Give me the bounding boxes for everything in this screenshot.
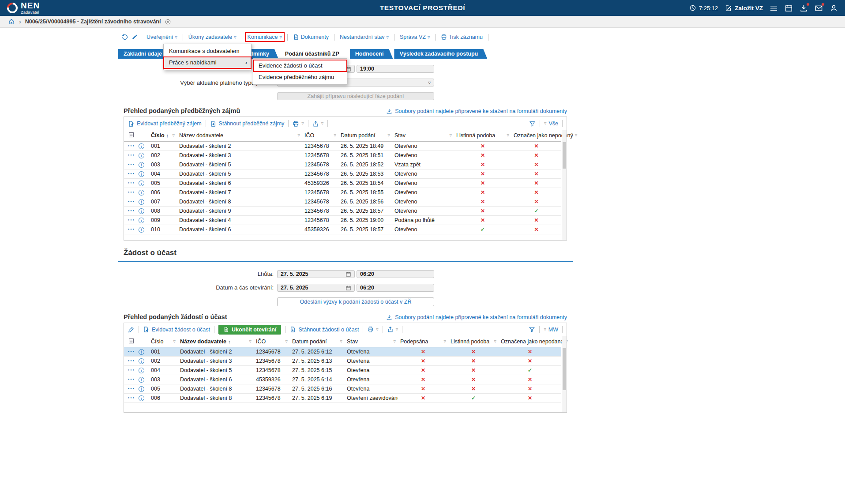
- row-menu-icon[interactable]: ●●●: [128, 218, 135, 221]
- column-filter-icon[interactable]: ▽: [249, 340, 252, 343]
- view-select[interactable]: ▽MW: [544, 327, 558, 333]
- phase-time-field[interactable]: 19:00: [357, 65, 434, 73]
- info-icon[interactable]: i: [139, 218, 144, 223]
- export-button[interactable]: ▽: [312, 120, 323, 127]
- row-menu-icon[interactable]: ●●●: [128, 359, 135, 362]
- table-row[interactable]: ●●●i002Dodavatel - školení 31234567827. …: [124, 357, 561, 366]
- column-settings-icon[interactable]: [128, 338, 135, 344]
- table-row[interactable]: ●●●i004Dodavatel - školení 51234567827. …: [124, 366, 561, 375]
- tab-podani-ucastniku-zp[interactable]: Podání účastníků ZP: [280, 49, 349, 59]
- history-button[interactable]: [121, 34, 128, 41]
- deadline-time-field[interactable]: 06:20: [357, 270, 434, 278]
- scrollbar[interactable]: [562, 336, 567, 413]
- menu-uverejneni[interactable]: Uveřejnění▽: [144, 33, 180, 41]
- close-record-button[interactable]: [165, 19, 171, 25]
- row-menu-icon[interactable]: ●●●: [128, 228, 135, 230]
- scrollbar-thumb[interactable]: [563, 348, 566, 390]
- info-icon[interactable]: i: [139, 153, 144, 158]
- column-filter-icon[interactable]: ▽: [340, 340, 342, 343]
- downloads-button[interactable]: [800, 4, 808, 12]
- menu-komunikace[interactable]: Komunikace▽: [245, 33, 284, 41]
- row-menu-icon[interactable]: ●●●: [128, 387, 135, 390]
- row-menu-icon[interactable]: ●●●: [128, 209, 135, 212]
- filter-button[interactable]: [529, 120, 536, 127]
- deadline-date-field[interactable]: 27. 5. 2025: [277, 270, 355, 278]
- send-invite-button[interactable]: Odeslání výzvy k podání žádosti o účast …: [277, 297, 434, 306]
- info-icon[interactable]: i: [139, 377, 144, 383]
- profile-button[interactable]: [830, 4, 838, 12]
- info-icon[interactable]: i: [139, 395, 144, 401]
- column-filter-icon[interactable]: ▽: [450, 134, 452, 137]
- row-menu-icon[interactable]: ●●●: [128, 369, 135, 371]
- menu-item-evidence-predbezneho-zajmu[interactable]: Evidence předběžného zájmu: [253, 71, 347, 83]
- menu-item-prace-s-nabidkami[interactable]: Práce s nabídkami ›: [164, 57, 251, 68]
- files-link[interactable]: Soubory podání najdete připravené ke sta…: [386, 108, 567, 114]
- opening-date-field[interactable]: 27. 5. 2025: [277, 284, 355, 292]
- messages-button[interactable]: [815, 4, 823, 12]
- column-filter-icon[interactable]: ▽: [173, 134, 175, 137]
- next-phase-button[interactable]: Zahájit přípravu následující fáze podání: [277, 92, 434, 100]
- info-icon[interactable]: i: [139, 171, 144, 177]
- info-icon[interactable]: i: [139, 368, 144, 373]
- table-row[interactable]: ●●●i001Dodavatel - školení 21234567827. …: [124, 347, 561, 357]
- menu-ukony-zadavatele[interactable]: Úkony zadavatele▽: [186, 33, 239, 41]
- print-button[interactable]: ▽: [367, 326, 378, 333]
- row-menu-icon[interactable]: ●●●: [128, 172, 135, 175]
- table-row[interactable]: ●●●i006Dodavatel - školení 71234567826. …: [124, 188, 561, 197]
- sign-request-button[interactable]: [128, 326, 135, 333]
- table-row[interactable]: ●●●i001Dodavatel - školení 21234567826. …: [124, 141, 561, 150]
- view-select[interactable]: ▽Vše: [544, 120, 558, 127]
- files-link[interactable]: Soubory podání najdete připravené ke sta…: [386, 314, 567, 320]
- breadcrumb-item[interactable]: N006/25/V00004995 - Zajištění závodního …: [25, 19, 161, 25]
- menu-dokumenty[interactable]: Dokumenty: [291, 33, 331, 41]
- info-icon[interactable]: i: [139, 208, 144, 214]
- row-menu-icon[interactable]: ●●●: [128, 191, 135, 193]
- nen-logo[interactable]: NEN Zadavatel: [7, 1, 40, 15]
- opening-time-field[interactable]: 06:20: [357, 284, 434, 292]
- create-vz-button[interactable]: Založit VZ: [725, 4, 763, 12]
- row-menu-icon[interactable]: ●●●: [128, 163, 135, 165]
- row-menu-icon[interactable]: ●●●: [128, 144, 135, 147]
- table-row[interactable]: ●●●i008Dodavatel - školení 91234567826. …: [124, 206, 561, 215]
- table-row[interactable]: ●●●i002Dodavatel - školení 31234567826. …: [124, 150, 561, 160]
- info-icon[interactable]: i: [139, 386, 144, 392]
- row-menu-icon[interactable]: ●●●: [128, 396, 135, 399]
- filter-button[interactable]: [529, 326, 535, 333]
- info-icon[interactable]: i: [139, 190, 144, 196]
- column-filter-icon[interactable]: ▽: [507, 134, 509, 137]
- print-button[interactable]: ▽: [293, 120, 304, 127]
- register-interest-button[interactable]: Evidovat předběžný zájem: [128, 120, 202, 127]
- table-row[interactable]: ●●●i010Dodavatel - školení 64535932626. …: [124, 225, 561, 234]
- home-button[interactable]: [8, 18, 15, 25]
- info-icon[interactable]: i: [139, 143, 144, 149]
- scrollbar-thumb[interactable]: [563, 142, 566, 169]
- column-filter-icon[interactable]: ▽: [575, 134, 577, 137]
- tab-hodnoceni[interactable]: Hodnocení: [350, 49, 393, 59]
- calendar-button[interactable]: [785, 4, 793, 12]
- register-request-button[interactable]: Evidovat žádost o účast: [143, 326, 210, 333]
- menu-tisk-zaznamu[interactable]: Tisk záznamu: [439, 33, 485, 41]
- row-menu-icon[interactable]: ●●●: [128, 378, 135, 380]
- info-icon[interactable]: i: [139, 162, 144, 168]
- export-button[interactable]: ▽: [387, 326, 398, 333]
- info-icon[interactable]: i: [139, 349, 144, 355]
- tab-vysledek-zadavaciho-postupu[interactable]: Výsledek zadávacího postupu: [394, 49, 487, 59]
- table-row[interactable]: ●●●i004Dodavatel - školení 51234567826. …: [124, 169, 561, 178]
- column-filter-icon[interactable]: ▽: [388, 134, 390, 137]
- column-filter-icon[interactable]: ▽: [494, 340, 496, 343]
- row-menu-icon[interactable]: ●●●: [128, 181, 135, 184]
- column-filter-icon[interactable]: ▽: [334, 134, 336, 137]
- menu-sprava-vz[interactable]: Správa VZ▽: [398, 33, 432, 41]
- column-settings-icon[interactable]: [128, 132, 135, 138]
- row-menu-icon[interactable]: ●●●: [128, 154, 135, 156]
- menu-item-evidence-zadosti-o-ucast[interactable]: Evidence žádostí o účast: [253, 60, 347, 71]
- column-filter-icon[interactable]: ▽: [298, 134, 300, 137]
- table-row[interactable]: ●●●i009Dodavatel - školení 41234567826. …: [124, 215, 561, 225]
- table-row[interactable]: ●●●i003Dodavatel - školení 64535932627. …: [124, 375, 561, 384]
- download-requests-button[interactable]: Stáhnout žádosti o účast: [289, 326, 359, 333]
- end-opening-button[interactable]: Ukončit otevírání: [218, 325, 281, 335]
- hamburger-menu-button[interactable]: [770, 4, 778, 12]
- info-icon[interactable]: i: [139, 181, 144, 186]
- table-row[interactable]: ●●●i006Dodavatel - školení 81234567827. …: [124, 394, 561, 403]
- column-filter-icon[interactable]: ▽: [394, 340, 396, 343]
